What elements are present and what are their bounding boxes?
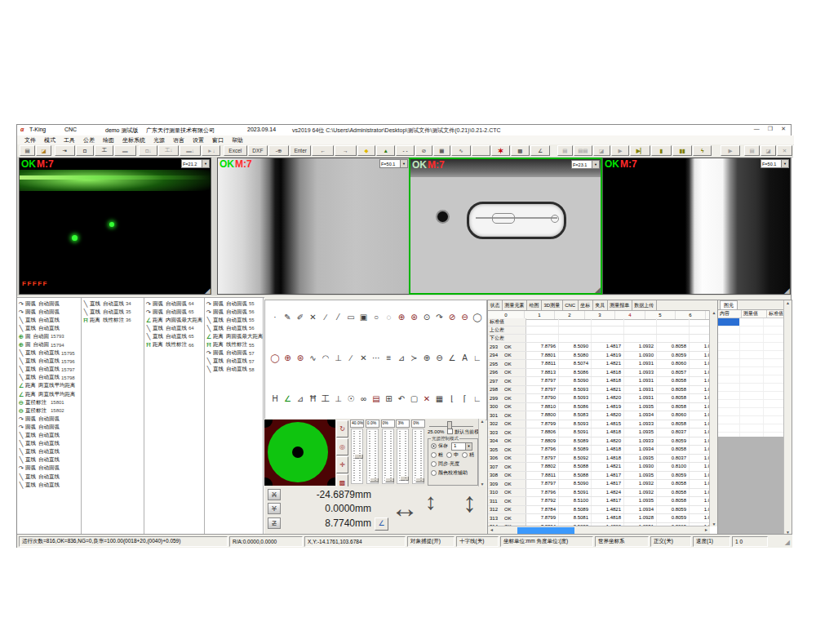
- status-segment-5[interactable]: 十字线(关): [456, 536, 499, 547]
- coord-sys3-icon[interactable]: ∟: [472, 393, 483, 404]
- undo-icon[interactable]: ↶: [396, 393, 407, 404]
- table-row[interactable]: 311OK7.87928.51001.48171.09350.80581.098…: [488, 497, 710, 506]
- element-list-item[interactable]: ∠距离两直线平均距离: [17, 382, 81, 390]
- table-tab-5[interactable]: CNC: [563, 300, 579, 310]
- datum-icon[interactable]: ∟: [472, 353, 483, 363]
- slider-handle[interactable]: [385, 477, 394, 482]
- detail-row[interactable]: [718, 326, 792, 335]
- run-button[interactable]: ϟ: [693, 145, 712, 156]
- angle-icon[interactable]: ∠: [446, 353, 458, 363]
- slider-handle[interactable]: [370, 477, 379, 482]
- detail-row[interactable]: [718, 408, 792, 416]
- scroll-up-icon[interactable]: ▲: [481, 419, 485, 424]
- keyboard-icon[interactable]: ▤: [370, 393, 382, 404]
- link-icon[interactable]: ∞: [358, 393, 370, 404]
- element-list-item[interactable]: ↷圆弧自动圆弧: [17, 464, 81, 473]
- distance-tri-icon[interactable]: ⊿: [295, 393, 306, 404]
- table-row[interactable]: 297OK7.87978.50901.48181.09310.80581.098…: [488, 377, 710, 386]
- zoom-button[interactable]: ⊘: [415, 145, 432, 156]
- element-list-item[interactable]: ╲直线自动直线34: [82, 300, 144, 308]
- element-list-item[interactable]: ⊕圆自动圆15793: [17, 332, 81, 340]
- image-button[interactable]: ▲: [376, 145, 395, 156]
- chevron-down-icon[interactable]: ▼: [592, 161, 599, 168]
- detail-row[interactable]: [718, 424, 792, 433]
- matrix-button[interactable]: ▩: [511, 145, 530, 156]
- menu-item-6[interactable]: 坐标系统: [118, 136, 149, 144]
- camera-view-1[interactable]: OKM:7 F=21.2▼ FFFFF ◢: [19, 158, 211, 295]
- pattern-button[interactable]: ▦: [433, 145, 450, 156]
- element-list-item[interactable]: Ħ距离线性标注66: [144, 340, 204, 349]
- detail-row[interactable]: [718, 335, 792, 343]
- select-box-icon[interactable]: ▢: [409, 393, 420, 404]
- slider-track[interactable]: [397, 429, 409, 484]
- circle-scan-icon[interactable]: ⊕: [396, 312, 407, 322]
- scroll-up-icon[interactable]: ▲: [712, 310, 716, 315]
- slider-handle[interactable]: [400, 476, 409, 481]
- camera-view-3-selected[interactable]: OKM:7 F=23.1▼ ◢: [409, 158, 602, 295]
- light-bulb-button[interactable]: ◆: [357, 145, 376, 156]
- element-list-item[interactable]: ╲直线自动直线15797: [17, 366, 81, 374]
- circle-dash-icon[interactable]: ◌: [384, 312, 395, 322]
- light-slider-2[interactable]: 0.0%: [366, 420, 379, 486]
- hscroll-thumb[interactable]: [517, 527, 574, 534]
- default-mode-checkbox[interactable]: [447, 429, 453, 434]
- table-row[interactable]: 310OK7.87968.50911.48241.09320.80581.098…: [488, 489, 710, 498]
- element-list-item[interactable]: ╲直线自动直线: [17, 432, 81, 440]
- element-list-item[interactable]: ╲直线自动直线15796: [17, 358, 81, 366]
- goto-position-button[interactable]: ∠: [375, 517, 388, 531]
- arrow-left-button[interactable]: ←: [312, 145, 334, 156]
- menu-item-11[interactable]: 帮助: [228, 136, 247, 144]
- element-list-item[interactable]: ╲直线自动直线: [17, 448, 81, 456]
- slider-handle[interactable]: [415, 477, 424, 482]
- minimize-button[interactable]: —: [754, 126, 760, 132]
- table-row[interactable]: 295OK7.88118.50741.48211.09310.80601.098…: [488, 360, 710, 369]
- element-list-item[interactable]: ╲直线自动直线35: [82, 308, 144, 316]
- detail-row[interactable]: [718, 367, 792, 375]
- light-slider-3[interactable]: 0%: [381, 420, 395, 486]
- play-end-button[interactable]: ▶▏: [630, 145, 650, 156]
- arc-scan-icon[interactable]: ⊘: [446, 312, 458, 322]
- table-row[interactable]: 305OK7.87968.50891.48181.09340.80581.098…: [488, 446, 710, 455]
- resize-grip-icon[interactable]: ◢: [205, 287, 211, 294]
- probe-button[interactable]: ◘: [76, 145, 95, 156]
- element-list-item[interactable]: ╲直线自动直线65: [144, 332, 204, 340]
- element-list-item[interactable]: ⊖直径标注15802: [17, 406, 81, 415]
- text-icon[interactable]: A: [459, 353, 471, 363]
- element-list-item[interactable]: ╲直线自动直线58: [205, 366, 263, 374]
- resize-grip-icon[interactable]: ◢: [784, 287, 790, 294]
- detail-row[interactable]: [718, 400, 792, 408]
- laser-button[interactable]: ✶: [491, 145, 510, 156]
- menu-item-4[interactable]: 公差: [79, 136, 99, 144]
- ibeam-button[interactable]: 工: [95, 145, 113, 156]
- light-options-scrollbar[interactable]: ▲▼: [478, 419, 486, 486]
- sync-brightness-radio[interactable]: [431, 461, 437, 467]
- element-list-item[interactable]: ╲直线自动直线: [17, 473, 81, 481]
- intersect-icon[interactable]: ✕: [358, 353, 370, 363]
- arc-scan2-icon[interactable]: ⊖: [459, 312, 471, 322]
- resize-grip-icon[interactable]: ◢: [403, 287, 409, 294]
- maximize-button[interactable]: ❐: [768, 126, 773, 132]
- pencil-auto-icon[interactable]: ✐: [295, 312, 306, 322]
- table-row[interactable]: 312OK7.87848.50891.48211.09340.80591.098…: [488, 506, 710, 515]
- detail-row[interactable]: [718, 359, 792, 367]
- arrow-right-button[interactable]: →: [335, 145, 357, 156]
- element-list-item[interactable]: ↷圆弧自动圆弧: [17, 300, 81, 308]
- table-row[interactable]: 306OK7.87978.50921.48181.09350.80371.098…: [488, 455, 710, 464]
- save-button[interactable]: ▤: [20, 145, 35, 156]
- slider-track[interactable]: [366, 429, 379, 484]
- color-calib-radio[interactable]: [431, 470, 437, 476]
- chevron-down-icon[interactable]: ▼: [781, 160, 788, 167]
- table-tab-1[interactable]: 状态: [488, 300, 503, 310]
- jog-xy-icon[interactable]: ↔: [391, 492, 419, 524]
- element-list-item[interactable]: ╲直线自动直线64: [144, 324, 204, 332]
- table-row[interactable]: 307OK7.88028.50881.48211.09300.81001.098…: [488, 463, 710, 472]
- arc-icon[interactable]: ↷: [434, 312, 446, 322]
- detail-row[interactable]: [718, 318, 792, 326]
- camera2-zoom-select[interactable]: F=50.1▼: [379, 159, 408, 168]
- blank-button[interactable]: [472, 145, 490, 156]
- tab-primitive[interactable]: 图元: [720, 300, 738, 309]
- table-row[interactable]: 309OK7.87978.50901.48171.09320.80581.098…: [488, 480, 710, 489]
- element-list-item[interactable]: ↷圆弧自动圆弧: [17, 415, 81, 423]
- vertex-icon[interactable]: ≻: [409, 353, 420, 363]
- chevron-down-icon[interactable]: ▼: [202, 160, 209, 167]
